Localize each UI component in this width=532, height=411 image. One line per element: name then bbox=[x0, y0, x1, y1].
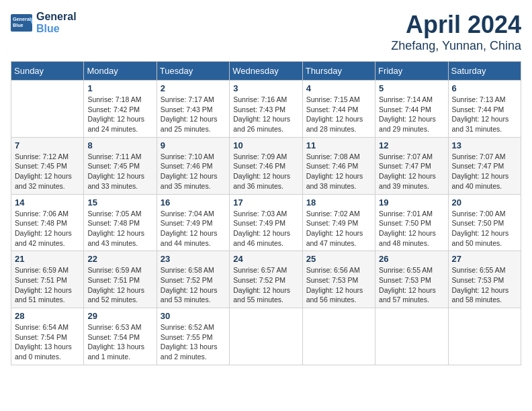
calendar-cell: 9Sunrise: 7:10 AM Sunset: 7:46 PM Daylig… bbox=[157, 137, 229, 194]
day-number: 29 bbox=[87, 311, 152, 321]
day-info: Sunrise: 6:52 AM Sunset: 7:55 PM Dayligh… bbox=[161, 322, 226, 362]
day-number: 12 bbox=[379, 140, 444, 150]
day-info: Sunrise: 7:08 AM Sunset: 7:46 PM Dayligh… bbox=[306, 152, 371, 191]
calendar-week-row: 28Sunrise: 6:54 AM Sunset: 7:54 PM Dayli… bbox=[11, 308, 521, 365]
logo-line1: General bbox=[36, 11, 77, 23]
calendar-cell: 29Sunrise: 6:53 AM Sunset: 7:54 PM Dayli… bbox=[84, 308, 157, 365]
calendar-cell bbox=[302, 308, 375, 365]
weekday-header-sunday: Sunday bbox=[11, 62, 84, 81]
day-info: Sunrise: 7:00 AM Sunset: 7:50 PM Dayligh… bbox=[452, 209, 517, 248]
day-info: Sunrise: 7:16 AM Sunset: 7:43 PM Dayligh… bbox=[233, 95, 298, 134]
day-info: Sunrise: 7:03 AM Sunset: 7:49 PM Dayligh… bbox=[233, 209, 298, 248]
svg-text:Blue: Blue bbox=[13, 22, 24, 28]
day-number: 14 bbox=[15, 197, 80, 208]
day-number: 22 bbox=[87, 254, 152, 264]
logo-line2: Blue bbox=[36, 23, 77, 35]
calendar-cell: 12Sunrise: 7:07 AM Sunset: 7:47 PM Dayli… bbox=[375, 137, 448, 194]
calendar-week-row: 7Sunrise: 7:12 AM Sunset: 7:45 PM Daylig… bbox=[11, 137, 521, 194]
day-number: 28 bbox=[15, 311, 80, 321]
day-number: 23 bbox=[161, 254, 226, 264]
day-info: Sunrise: 7:01 AM Sunset: 7:50 PM Dayligh… bbox=[379, 209, 444, 248]
calendar-cell: 2Sunrise: 7:17 AM Sunset: 7:43 PM Daylig… bbox=[157, 81, 229, 138]
calendar-cell: 21Sunrise: 6:59 AM Sunset: 7:51 PM Dayli… bbox=[11, 251, 84, 308]
calendar-cell: 25Sunrise: 6:56 AM Sunset: 7:53 PM Dayli… bbox=[302, 251, 375, 308]
day-number: 21 bbox=[15, 254, 80, 264]
day-info: Sunrise: 7:13 AM Sunset: 7:44 PM Dayligh… bbox=[452, 95, 517, 134]
day-info: Sunrise: 7:14 AM Sunset: 7:44 PM Dayligh… bbox=[379, 95, 444, 134]
calendar-table: SundayMondayTuesdayWednesdayThursdayFrid… bbox=[11, 61, 521, 365]
day-number: 15 bbox=[87, 197, 152, 208]
day-number: 18 bbox=[306, 197, 371, 208]
calendar-cell: 10Sunrise: 7:09 AM Sunset: 7:46 PM Dayli… bbox=[230, 137, 302, 194]
weekday-header-monday: Monday bbox=[84, 62, 157, 81]
day-info: Sunrise: 6:59 AM Sunset: 7:51 PM Dayligh… bbox=[15, 265, 80, 305]
day-number: 13 bbox=[452, 140, 517, 150]
day-info: Sunrise: 6:59 AM Sunset: 7:51 PM Dayligh… bbox=[87, 265, 152, 305]
calendar-cell: 16Sunrise: 7:04 AM Sunset: 7:49 PM Dayli… bbox=[157, 194, 229, 251]
calendar-cell: 6Sunrise: 7:13 AM Sunset: 7:44 PM Daylig… bbox=[448, 81, 521, 138]
weekday-header-tuesday: Tuesday bbox=[157, 62, 229, 81]
calendar-cell: 24Sunrise: 6:57 AM Sunset: 7:52 PM Dayli… bbox=[230, 251, 302, 308]
calendar-cell: 5Sunrise: 7:14 AM Sunset: 7:44 PM Daylig… bbox=[375, 81, 448, 138]
day-number: 7 bbox=[15, 140, 80, 150]
calendar-cell: 23Sunrise: 6:58 AM Sunset: 7:52 PM Dayli… bbox=[157, 251, 229, 308]
calendar-header-row: SundayMondayTuesdayWednesdayThursdayFrid… bbox=[11, 62, 521, 81]
calendar-cell: 18Sunrise: 7:02 AM Sunset: 7:49 PM Dayli… bbox=[302, 194, 375, 251]
calendar-cell bbox=[11, 81, 84, 138]
day-number: 1 bbox=[87, 83, 152, 93]
calendar-cell: 28Sunrise: 6:54 AM Sunset: 7:54 PM Dayli… bbox=[11, 308, 84, 365]
day-info: Sunrise: 6:55 AM Sunset: 7:53 PM Dayligh… bbox=[379, 265, 444, 305]
day-info: Sunrise: 7:09 AM Sunset: 7:46 PM Dayligh… bbox=[233, 152, 298, 191]
day-info: Sunrise: 6:54 AM Sunset: 7:54 PM Dayligh… bbox=[15, 322, 80, 362]
day-number: 17 bbox=[233, 197, 298, 208]
day-number: 26 bbox=[379, 254, 444, 264]
weekday-header-wednesday: Wednesday bbox=[230, 62, 302, 81]
day-info: Sunrise: 7:07 AM Sunset: 7:47 PM Dayligh… bbox=[379, 152, 444, 191]
calendar-cell: 30Sunrise: 6:52 AM Sunset: 7:55 PM Dayli… bbox=[157, 308, 229, 365]
month-year-title: April 2024 bbox=[391, 11, 521, 39]
calendar-cell: 13Sunrise: 7:07 AM Sunset: 7:47 PM Dayli… bbox=[448, 137, 521, 194]
day-number: 27 bbox=[452, 254, 517, 264]
day-info: Sunrise: 6:56 AM Sunset: 7:53 PM Dayligh… bbox=[306, 265, 371, 305]
day-info: Sunrise: 7:10 AM Sunset: 7:46 PM Dayligh… bbox=[161, 152, 226, 191]
day-info: Sunrise: 7:02 AM Sunset: 7:49 PM Dayligh… bbox=[306, 209, 371, 248]
day-number: 30 bbox=[161, 311, 226, 321]
page-header: General Blue General Blue April 2024 Zhe… bbox=[11, 11, 521, 53]
day-number: 20 bbox=[452, 197, 517, 208]
calendar-cell: 11Sunrise: 7:08 AM Sunset: 7:46 PM Dayli… bbox=[302, 137, 375, 194]
day-info: Sunrise: 7:07 AM Sunset: 7:47 PM Dayligh… bbox=[452, 152, 517, 191]
logo: General Blue General Blue bbox=[11, 11, 77, 35]
weekday-header-friday: Friday bbox=[375, 62, 448, 81]
weekday-header-thursday: Thursday bbox=[302, 62, 375, 81]
calendar-cell: 15Sunrise: 7:05 AM Sunset: 7:48 PM Dayli… bbox=[84, 194, 157, 251]
title-block: April 2024 Zhefang, Yunnan, China bbox=[391, 11, 521, 53]
calendar-week-row: 1Sunrise: 7:18 AM Sunset: 7:42 PM Daylig… bbox=[11, 81, 521, 138]
day-info: Sunrise: 6:53 AM Sunset: 7:54 PM Dayligh… bbox=[87, 322, 152, 362]
day-info: Sunrise: 6:57 AM Sunset: 7:52 PM Dayligh… bbox=[233, 265, 298, 305]
calendar-cell: 26Sunrise: 6:55 AM Sunset: 7:53 PM Dayli… bbox=[375, 251, 448, 308]
calendar-cell bbox=[230, 308, 302, 365]
day-number: 16 bbox=[161, 197, 226, 208]
calendar-cell bbox=[448, 308, 521, 365]
day-info: Sunrise: 7:17 AM Sunset: 7:43 PM Dayligh… bbox=[161, 95, 226, 134]
day-number: 3 bbox=[233, 83, 298, 93]
calendar-week-row: 21Sunrise: 6:59 AM Sunset: 7:51 PM Dayli… bbox=[11, 251, 521, 308]
day-number: 4 bbox=[306, 83, 371, 93]
day-info: Sunrise: 7:18 AM Sunset: 7:42 PM Dayligh… bbox=[87, 95, 152, 134]
day-number: 10 bbox=[233, 140, 298, 150]
day-info: Sunrise: 7:11 AM Sunset: 7:45 PM Dayligh… bbox=[87, 152, 152, 191]
day-number: 25 bbox=[306, 254, 371, 264]
svg-text:General: General bbox=[13, 16, 31, 22]
location-subtitle: Zhefang, Yunnan, China bbox=[391, 39, 521, 53]
calendar-cell: 1Sunrise: 7:18 AM Sunset: 7:42 PM Daylig… bbox=[84, 81, 157, 138]
day-info: Sunrise: 6:58 AM Sunset: 7:52 PM Dayligh… bbox=[161, 265, 226, 305]
calendar-cell: 3Sunrise: 7:16 AM Sunset: 7:43 PM Daylig… bbox=[230, 81, 302, 138]
calendar-cell: 7Sunrise: 7:12 AM Sunset: 7:45 PM Daylig… bbox=[11, 137, 84, 194]
day-number: 19 bbox=[379, 197, 444, 208]
calendar-cell: 20Sunrise: 7:00 AM Sunset: 7:50 PM Dayli… bbox=[448, 194, 521, 251]
day-number: 9 bbox=[161, 140, 226, 150]
calendar-cell: 22Sunrise: 6:59 AM Sunset: 7:51 PM Dayli… bbox=[84, 251, 157, 308]
weekday-header-saturday: Saturday bbox=[448, 62, 521, 81]
calendar-cell: 17Sunrise: 7:03 AM Sunset: 7:49 PM Dayli… bbox=[230, 194, 302, 251]
day-number: 24 bbox=[233, 254, 298, 264]
